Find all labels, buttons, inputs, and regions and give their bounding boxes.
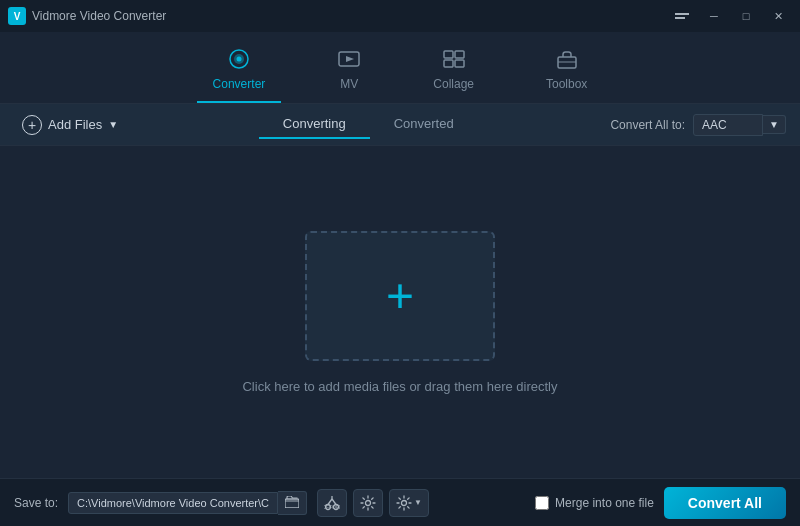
converter-icon xyxy=(227,48,251,73)
svg-rect-3 xyxy=(675,17,685,19)
add-files-dropdown-arrow: ▼ xyxy=(108,119,118,130)
converted-tab[interactable]: Converted xyxy=(370,110,478,139)
svg-rect-2 xyxy=(675,13,689,15)
browse-folder-button[interactable] xyxy=(278,491,307,515)
merge-checkbox[interactable] xyxy=(535,496,549,510)
format-select-wrap: AAC MP3 MP4 AVI MKV MOV WAV FLAC ▼ xyxy=(693,114,786,136)
svg-rect-15 xyxy=(285,499,299,508)
title-bar-controls: ─ □ ✕ xyxy=(668,5,792,27)
merge-label[interactable]: Merge into one file xyxy=(555,496,654,510)
toolbar: + Add Files ▼ Converting Converted Conve… xyxy=(0,104,800,146)
convert-all-to-label: Convert All to: xyxy=(610,118,685,132)
svg-text:OFF: OFF xyxy=(332,503,340,509)
svg-text:V: V xyxy=(14,11,21,22)
settings-dropdown-arrow: ▼ xyxy=(414,498,422,507)
footer-bar: Save to: OFF OFF xyxy=(0,478,800,526)
close-btn[interactable]: ✕ xyxy=(764,5,792,27)
svg-text:OFF: OFF xyxy=(324,503,332,509)
convert-all-button[interactable]: Convert All xyxy=(664,487,786,519)
title-bar-left: V Vidmore Video Converter xyxy=(8,7,166,25)
add-circle-icon: + xyxy=(22,115,42,135)
collage-icon xyxy=(442,48,466,73)
add-files-label: Add Files xyxy=(48,117,102,132)
save-to-label: Save to: xyxy=(14,496,58,510)
subtitle-btn[interactable] xyxy=(668,5,696,27)
svg-marker-8 xyxy=(346,56,354,62)
nav-tabs: Converter MV Collage xyxy=(0,32,800,104)
app-icon: V xyxy=(8,7,26,25)
title-bar: V Vidmore Video Converter ─ □ ✕ xyxy=(0,0,800,32)
svg-point-23 xyxy=(366,500,371,505)
svg-rect-11 xyxy=(444,60,453,67)
minimize-btn[interactable]: ─ xyxy=(700,5,728,27)
tab-collage-label: Collage xyxy=(433,77,474,91)
tab-toolbox[interactable]: Toolbox xyxy=(530,40,603,103)
drop-zone-hint: Click here to add media files or drag th… xyxy=(242,379,557,394)
cut-icon-button[interactable]: OFF OFF xyxy=(317,489,347,517)
svg-rect-9 xyxy=(444,51,453,58)
tab-collage[interactable]: Collage xyxy=(417,40,490,103)
maximize-btn[interactable]: □ xyxy=(732,5,760,27)
footer-actions: OFF OFF ▼ xyxy=(317,489,429,517)
convert-all-area: Convert All to: AAC MP3 MP4 AVI MKV MOV … xyxy=(610,114,786,136)
settings-icon-button[interactable] xyxy=(353,489,383,517)
tab-toolbox-label: Toolbox xyxy=(546,77,587,91)
app-title: Vidmore Video Converter xyxy=(32,9,166,23)
tab-converter[interactable]: Converter xyxy=(197,40,282,103)
convert-tabs: Converting Converted xyxy=(126,110,610,139)
format-select[interactable]: AAC MP3 MP4 AVI MKV MOV WAV FLAC xyxy=(693,114,763,136)
converting-tab[interactable]: Converting xyxy=(259,110,370,139)
main-content: + Click here to add media files or drag … xyxy=(0,146,800,478)
add-files-button[interactable]: + Add Files ▼ xyxy=(14,111,126,139)
save-path-input[interactable] xyxy=(68,492,278,514)
svg-rect-10 xyxy=(455,51,464,58)
drop-zone-plus-icon: + xyxy=(386,272,414,320)
toolbox-icon xyxy=(555,48,579,73)
svg-point-24 xyxy=(402,500,407,505)
save-path-wrap xyxy=(68,491,307,515)
svg-point-6 xyxy=(236,57,241,62)
format-dropdown-button[interactable]: ▼ xyxy=(763,115,786,134)
mv-icon xyxy=(337,48,361,73)
svg-rect-12 xyxy=(455,60,464,67)
drop-zone[interactable]: + xyxy=(305,231,495,361)
merge-option: Merge into one file xyxy=(535,496,654,510)
tab-converter-label: Converter xyxy=(213,77,266,91)
tab-mv-label: MV xyxy=(340,77,358,91)
tab-mv[interactable]: MV xyxy=(321,40,377,103)
settings-dropdown-button[interactable]: ▼ xyxy=(389,489,429,517)
